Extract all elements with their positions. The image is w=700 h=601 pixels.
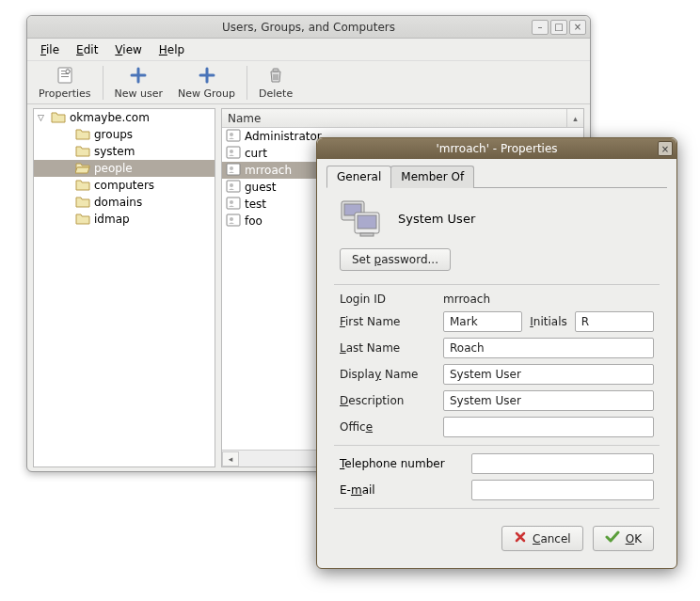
general-panel: System User Set password... Login ID mrr… <box>326 188 667 559</box>
login-id-value: mrroach <box>443 293 654 306</box>
maximize-button[interactable]: □ <box>550 20 567 35</box>
menu-view[interactable]: View <box>107 40 149 59</box>
toolbar-separator <box>247 66 247 100</box>
ok-icon <box>605 530 620 546</box>
properties-icon <box>55 65 75 86</box>
system-user-icon <box>340 198 383 239</box>
first-name-label: First Name <box>340 315 434 328</box>
description-field[interactable] <box>443 390 654 411</box>
svg-rect-22 <box>360 233 374 236</box>
user-icon <box>226 197 241 213</box>
list-item-label: foo <box>245 214 262 228</box>
last-name-label: Last Name <box>340 341 434 355</box>
user-icon <box>226 146 241 162</box>
email-label: E-mail <box>340 483 462 497</box>
close-button[interactable]: × <box>569 20 586 35</box>
list-item-label: Administrator <box>245 130 322 143</box>
svg-rect-21 <box>358 215 376 229</box>
toolbar-separator <box>103 66 103 100</box>
folder-icon <box>75 178 90 194</box>
new-user-button[interactable]: New user <box>107 63 170 102</box>
main-window-title: Users, Groups, and Computers <box>222 21 395 34</box>
svg-rect-1 <box>61 71 65 71</box>
user-icon <box>226 180 241 196</box>
delete-icon <box>265 65 286 86</box>
tree-label: groups <box>94 128 133 141</box>
tree-item-idmap[interactable]: idmap <box>34 211 215 228</box>
tree-root-label: okmaybe.com <box>70 111 150 124</box>
tree-item-domains[interactable]: domains <box>34 194 215 211</box>
new-group-button[interactable]: New Group <box>170 63 243 102</box>
svg-point-17 <box>230 217 233 221</box>
delete-label: Delete <box>259 87 293 100</box>
list-item-label: mrroach <box>245 164 292 177</box>
initials-field[interactable] <box>575 311 654 332</box>
display-name-field[interactable] <box>443 364 654 385</box>
dialog-title: 'mrroach' - Properties <box>436 142 557 155</box>
menu-file[interactable]: File <box>33 40 67 59</box>
folder-icon <box>75 212 90 228</box>
ok-button[interactable]: OK <box>593 526 654 551</box>
tree-label: domains <box>94 196 142 209</box>
folder-icon <box>51 110 66 126</box>
svg-point-13 <box>230 183 233 187</box>
tree-item-system[interactable]: system <box>34 143 215 160</box>
office-label: Office <box>340 420 434 434</box>
plus-icon <box>128 65 149 86</box>
column-menu-button[interactable]: ▴ <box>566 109 583 128</box>
delete-button[interactable]: Delete <box>251 63 300 102</box>
menu-help[interactable]: Help <box>151 40 192 59</box>
svg-rect-8 <box>227 147 240 158</box>
telephone-label: Telephone number <box>340 457 462 470</box>
divider <box>334 284 660 285</box>
svg-rect-16 <box>227 214 240 226</box>
tree-item-people[interactable]: people <box>34 160 215 177</box>
initials-label: Initials <box>530 315 566 328</box>
svg-rect-5 <box>273 69 278 71</box>
plus-icon <box>197 65 217 86</box>
new-user-label: New user <box>115 87 163 100</box>
expander-icon: ▽ <box>38 113 47 122</box>
properties-button[interactable]: Properties <box>31 63 99 102</box>
svg-rect-12 <box>227 181 240 192</box>
dialog-heading: System User <box>398 212 475 226</box>
dialog-close-button[interactable]: × <box>658 141 673 156</box>
svg-rect-3 <box>61 76 69 77</box>
cancel-button[interactable]: Cancel <box>501 526 583 551</box>
menu-edit[interactable]: Edit <box>69 40 105 59</box>
toolbar: Properties New user New Group Delete <box>27 61 590 104</box>
cancel-icon <box>514 530 527 546</box>
description-label: Description <box>340 394 434 407</box>
main-titlebar: Users, Groups, and Computers – □ × <box>27 16 590 39</box>
list-header[interactable]: Name ▴ <box>222 109 583 128</box>
folder-icon <box>75 127 90 143</box>
folder-open-icon <box>75 161 90 177</box>
login-id-label: Login ID <box>340 293 434 306</box>
email-field[interactable] <box>471 480 654 500</box>
list-item-label: curt <box>245 147 267 160</box>
list-header-label: Name <box>228 112 261 125</box>
first-name-field[interactable] <box>443 311 522 332</box>
office-field[interactable] <box>443 417 654 437</box>
tree-label: system <box>94 145 135 158</box>
user-icon <box>226 214 241 229</box>
tab-member-of[interactable]: Member Of <box>390 166 474 188</box>
svg-rect-10 <box>227 164 240 175</box>
tree-label: computers <box>94 179 154 192</box>
folder-icon <box>75 195 90 211</box>
tab-general[interactable]: General <box>326 166 391 188</box>
svg-point-15 <box>230 200 233 204</box>
folder-icon <box>75 144 90 160</box>
new-group-label: New Group <box>178 87 235 100</box>
telephone-field[interactable] <box>471 453 654 474</box>
last-name-field[interactable] <box>443 338 654 358</box>
tree-root[interactable]: ▽ okmaybe.com <box>34 109 215 126</box>
tree-item-computers[interactable]: computers <box>34 177 215 194</box>
dialog-titlebar: 'mrroach' - Properties × <box>317 138 676 159</box>
tree-item-groups[interactable]: groups <box>34 126 215 143</box>
set-password-button[interactable]: Set password... <box>340 248 451 271</box>
minimize-button[interactable]: – <box>532 20 549 35</box>
svg-point-9 <box>230 150 233 153</box>
tree-pane: ▽ okmaybe.com groups system people compu… <box>33 108 215 467</box>
scroll-left-button[interactable]: ◂ <box>222 451 239 467</box>
